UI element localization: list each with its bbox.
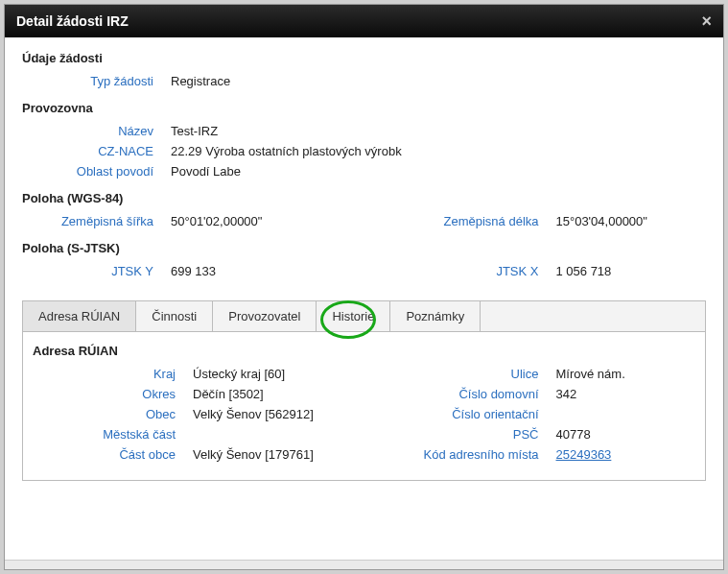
label-cislo-domovni: Číslo domovní [364,387,556,401]
row-okres: Okres Děčín [3502] [25,384,364,404]
row-kod-adresniho-mista: Kód adresního místa 25249363 [364,444,704,465]
label-povodi: Oblast povodí [22,164,171,179]
sjtsk-row: JTSK Y 699 133 JTSK X 1 056 718 [22,261,706,281]
row-cznace: CZ-NACE 22.29 Výroba ostatních plastovýc… [22,141,706,161]
label-jtsky: JTSK Y [22,264,171,278]
label-cast-obce: Část obce [25,447,193,462]
value-lat: 50°01'02,00000" [171,214,364,228]
close-icon[interactable]: × [701,12,712,30]
section-title-request: Údaje žádosti [22,51,706,65]
value-kraj: Ústecký kraj [60] [193,367,364,381]
label-nazev: Název [22,124,171,138]
tab-historie[interactable]: Historie [317,301,390,331]
tab-adresa-ruian[interactable]: Adresa RÚIAN [23,301,136,331]
label-kraj: Kraj [25,367,193,381]
row-typ-zadosti: Typ žádosti Registrace [22,71,706,91]
modal-detail-zadosti: Detail žádosti IRZ × Údaje žádosti Typ ž… [4,4,724,570]
tab-cinnosti[interactable]: Činnosti [136,301,213,331]
row-jtsky: JTSK Y 699 133 [22,261,364,281]
label-cznace: CZ-NACE [22,144,171,158]
row-cast-obce: Část obce Velký Šenov [179761] [25,444,364,465]
row-povodi: Oblast povodí Povodí Labe [22,161,706,181]
row-psc: PSČ 40778 [364,424,704,444]
row-lat: Zeměpisná šířka 50°01'02,00000" [22,211,364,231]
tab-poznamky[interactable]: Poznámky [390,301,481,331]
value-cast-obce: Velký Šenov [179761] [193,447,364,462]
value-obec: Velký Šenov [562912] [193,407,364,421]
modal-title: Detail žádosti IRZ [16,13,129,29]
value-okres: Děčín [3502] [193,387,364,401]
label-cislo-orientacni: Číslo orientační [364,407,556,421]
value-povodi: Povodí Labe [171,164,706,179]
address-title: Adresa RÚIAN [25,344,703,358]
tab-body-adresa: Adresa RÚIAN Kraj Ústecký kraj [60] Okre… [23,332,705,480]
wgs84-row: Zeměpisná šířka 50°01'02,00000" Zeměpisn… [22,211,706,231]
section-title-wgs84: Poloha (WGS-84) [22,191,706,205]
modal-body: Údaje žádosti Typ žádosti Registrace Pro… [5,37,723,560]
address-right-col: Ulice Mírové nám. Číslo domovní 342 Čísl… [364,364,704,465]
value-cislo-domovni: 342 [556,387,704,401]
value-ulice: Mírové nám. [556,367,704,381]
label-lat: Zeměpisná šířka [22,214,171,228]
address-grid: Kraj Ústecký kraj [60] Okres Děčín [3502… [25,364,703,465]
label-lon: Zeměpisná délka [364,214,556,228]
row-nazev: Název Test-IRZ [22,121,706,141]
value-kod-adresniho-mista: 25249363 [556,447,704,462]
label-jtskx: JTSK X [364,264,556,278]
link-kod-adresniho-mista[interactable]: 25249363 [556,447,612,462]
row-ulice: Ulice Mírové nám. [364,364,704,384]
tab-provozovatel[interactable]: Provozovatel [213,301,317,331]
value-nazev: Test-IRZ [171,124,706,138]
row-cislo-orientacni: Číslo orientační [364,404,704,424]
value-psc: 40778 [556,427,704,442]
section-title-sjtsk: Poloha (S-JTSK) [22,241,706,255]
tab-container: Adresa RÚIAN Činnosti Provozovatel Histo… [22,300,706,481]
label-okres: Okres [25,387,193,401]
label-mestska-cast: Městská část [25,427,193,442]
tab-strip: Adresa RÚIAN Činnosti Provozovatel Histo… [23,301,705,332]
row-jtskx: JTSK X 1 056 718 [364,261,707,281]
label-obec: Obec [25,407,193,421]
horizontal-scrollbar[interactable] [5,560,723,569]
value-jtskx: 1 056 718 [556,264,707,278]
row-lon: Zeměpisná délka 15°03'04,00000" [364,211,707,231]
value-jtsky: 699 133 [171,264,364,278]
label-psc: PSČ [364,427,556,442]
value-lon: 15°03'04,00000" [556,214,707,228]
label-kod-adresniho-mista: Kód adresního místa [364,447,556,462]
row-kraj: Kraj Ústecký kraj [60] [25,364,364,384]
value-typ-zadosti: Registrace [171,74,706,88]
address-left-col: Kraj Ústecký kraj [60] Okres Děčín [3502… [25,364,364,465]
label-typ-zadosti: Typ žádosti [22,74,171,88]
modal-header: Detail žádosti IRZ × [5,5,723,37]
row-mestska-cast: Městská část [25,424,364,444]
value-cznace: 22.29 Výroba ostatních plastových výrobk [171,144,706,158]
row-obec: Obec Velký Šenov [562912] [25,404,364,424]
section-title-plant: Provozovna [22,101,706,115]
label-ulice: Ulice [364,367,556,381]
row-cislo-domovni: Číslo domovní 342 [364,384,704,404]
